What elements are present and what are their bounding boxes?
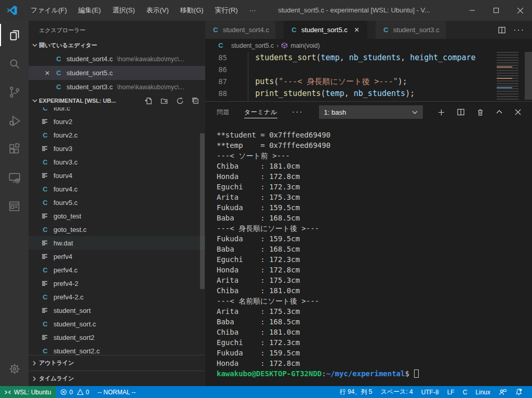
close-editor-icon[interactable]: ✕ xyxy=(43,70,51,77)
tab-problems[interactable]: 問題 xyxy=(217,102,230,122)
terminal-dropdown[interactable]: 1: bash xyxy=(319,105,423,119)
file-name: student_sort2.c xyxy=(54,347,100,355)
breadcrumb-file[interactable]: student_sort5.c xyxy=(231,42,274,49)
source-control-icon[interactable] xyxy=(0,78,29,106)
open-editors-header[interactable]: 開いているエディター xyxy=(29,38,205,52)
file-tree-item[interactable]: prefv4-2 xyxy=(29,277,205,290)
editor-tab[interactable]: Cstudent_sort4.c xyxy=(205,21,275,39)
file-tree-item[interactable]: hw.dat xyxy=(29,236,205,250)
file-tree-item[interactable]: student_sort2 xyxy=(29,331,205,344)
feedback-icon[interactable] xyxy=(495,386,511,398)
breadcrumb[interactable]: C student_sort5.c › main(void) xyxy=(205,39,532,52)
new-folder-icon[interactable] xyxy=(159,96,169,105)
menu-item[interactable]: 表示(V) xyxy=(141,0,175,21)
open-editor-item[interactable]: Cstudent_sort4.c\home\kawakubo\myc\... xyxy=(29,52,205,66)
warning-count: 0 xyxy=(86,389,89,396)
c-file-icon: C xyxy=(41,347,49,355)
menu-item[interactable]: ··· xyxy=(244,0,262,21)
editor-more-actions-icon[interactable]: ··· xyxy=(513,25,525,35)
file-tree-item[interactable]: fourv2 xyxy=(29,115,205,128)
indent-setting[interactable]: スペース: 4 xyxy=(376,386,417,398)
minimap[interactable] xyxy=(495,52,525,101)
file-tree-item[interactable]: Cfourv3.c xyxy=(29,155,205,169)
editor-scrollbar[interactable] xyxy=(525,52,532,100)
cursor-position[interactable]: 行 94、列 5 xyxy=(336,386,377,398)
file-tree-item[interactable]: Cprefv4-2.c xyxy=(29,290,205,304)
file-tree-item[interactable]: Cfourv5.c xyxy=(29,196,205,209)
file-lines-icon xyxy=(41,280,49,287)
file-tree-item[interactable]: Cstudent_sort.c xyxy=(29,317,205,331)
file-tree-item[interactable]: Cperfv4.c xyxy=(29,263,205,277)
menu-item[interactable]: 実行(R) xyxy=(209,0,244,21)
file-tree-item[interactable]: Cfour.c xyxy=(29,107,205,115)
remote-icon xyxy=(4,389,11,396)
encoding-setting[interactable]: UTF-8 xyxy=(417,386,443,398)
code-text: print_students(temp, nb_students); xyxy=(236,88,415,100)
code-line[interactable]: 88 print_students(temp, nb_students); xyxy=(205,88,532,100)
file-tree-item[interactable]: goto_test xyxy=(29,209,205,223)
refresh-icon[interactable] xyxy=(175,96,184,105)
timeline-section[interactable]: タイムライン xyxy=(29,370,205,386)
open-editor-item[interactable]: Cstudent_sort3.c\home\kawakubo\myc\... xyxy=(29,80,205,94)
breadcrumb-symbol[interactable]: main(void) xyxy=(290,42,320,49)
chevron-right-icon xyxy=(32,376,37,381)
remote-explorer-icon[interactable] xyxy=(0,163,29,192)
terminal-line: Baba : 168.5cm xyxy=(217,244,532,254)
close-tab-icon[interactable]: ✕ xyxy=(353,26,361,34)
menu-bar: ファイル(F)編集(E)選択(S)表示(V)移動(G)実行(R)··· xyxy=(25,0,262,21)
open-editor-item[interactable]: ✕Cstudent_sort5.c xyxy=(29,66,205,80)
language-mode[interactable]: C xyxy=(459,386,472,398)
code-line[interactable]: 85 students_sort(temp, nb_students, heig… xyxy=(205,52,532,64)
project-section-header[interactable]: EXPERIMENTAL [WSL: UB... xyxy=(29,94,205,107)
code-line[interactable]: 86 xyxy=(205,64,532,76)
menu-item[interactable]: 編集(E) xyxy=(73,0,107,21)
kill-terminal-icon[interactable] xyxy=(476,108,484,116)
file-tree-item[interactable]: perfv4 xyxy=(29,250,205,263)
tab-terminal[interactable]: ターミナル xyxy=(244,102,277,122)
eol-setting[interactable]: LF xyxy=(443,386,459,398)
terminal-line: Chiba : 181.0cm xyxy=(217,285,532,296)
file-tree-item[interactable]: student_sort xyxy=(29,304,205,317)
terminal-output[interactable]: **student = 0x7fffeed69490**temp = 0x7ff… xyxy=(205,122,532,386)
error-count: 0 xyxy=(69,389,73,396)
split-terminal-icon[interactable] xyxy=(457,108,465,116)
outline-section[interactable]: アウトライン xyxy=(29,355,205,370)
file-tree-item[interactable]: Cfourv2.c xyxy=(29,128,205,142)
menu-item[interactable]: ファイル(F) xyxy=(25,0,73,21)
maximize-button[interactable] xyxy=(484,0,508,21)
notebook-icon[interactable] xyxy=(0,192,29,221)
editor-tab[interactable]: Cstudent_sort5.c✕ xyxy=(284,21,367,39)
vim-mode-indicator[interactable]: -- NORMAL -- xyxy=(94,386,140,398)
panel-more-icon[interactable]: ··· xyxy=(292,107,303,117)
os-indicator[interactable]: Linux xyxy=(471,386,495,398)
split-editor-icon[interactable] xyxy=(498,26,506,34)
collapse-all-icon[interactable] xyxy=(191,96,200,105)
settings-gear-icon[interactable] xyxy=(0,354,29,383)
problems-indicator[interactable]: 0 0 xyxy=(56,386,93,398)
minimize-button[interactable] xyxy=(460,0,484,21)
new-file-icon[interactable] xyxy=(144,96,153,105)
new-terminal-icon[interactable] xyxy=(437,108,445,116)
files-icon[interactable] xyxy=(0,21,29,49)
code-line[interactable]: 87 puts("---< 身長順にソート後 >---"); xyxy=(205,76,532,88)
editor-tab[interactable]: Cstudent_sort3.c xyxy=(376,21,446,39)
code-editor[interactable]: 85 students_sort(temp, nb_students, heig… xyxy=(205,52,532,101)
extensions-icon[interactable] xyxy=(0,135,29,163)
menu-item[interactable]: 移動(G) xyxy=(175,0,209,21)
close-panel-icon[interactable] xyxy=(514,108,522,116)
sidebar-scrollbar[interactable] xyxy=(200,133,205,289)
maximize-panel-icon[interactable] xyxy=(496,108,503,116)
file-tree-item[interactable]: Cgoto_test.c xyxy=(29,223,205,236)
file-tree-item[interactable]: fourv4 xyxy=(29,169,205,182)
file-tree-item[interactable]: Cstudent_sort2.c xyxy=(29,344,205,355)
file-tree-item[interactable]: Cfourv4.c xyxy=(29,182,205,196)
search-icon[interactable] xyxy=(0,49,29,78)
line-number: 87 xyxy=(205,76,236,88)
notifications-bell-icon[interactable] xyxy=(511,386,527,398)
close-window-button[interactable] xyxy=(508,0,532,21)
run-debug-icon[interactable] xyxy=(0,106,29,135)
remote-indicator[interactable]: WSL: Ubuntu xyxy=(0,386,56,398)
file-tree-item[interactable]: fourv3 xyxy=(29,142,205,155)
code-text: students_sort(temp, nb_students, height_… xyxy=(236,52,476,64)
menu-item[interactable]: 選択(S) xyxy=(107,0,140,21)
